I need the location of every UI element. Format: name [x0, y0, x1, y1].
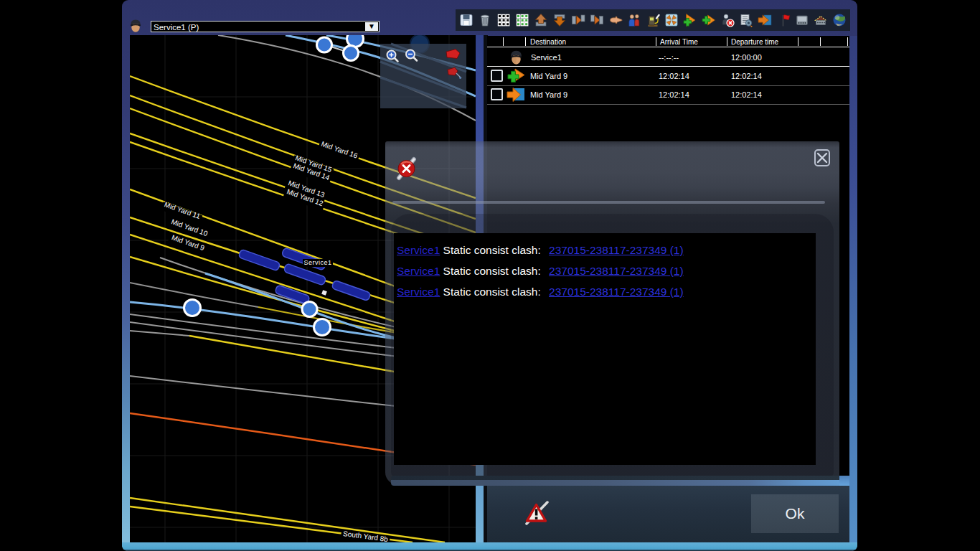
svg-text:Service1: Service1 — [303, 259, 331, 266]
